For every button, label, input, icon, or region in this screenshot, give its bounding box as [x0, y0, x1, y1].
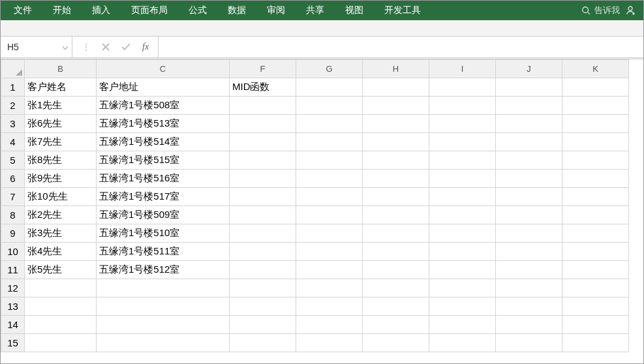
cell[interactable] [496, 97, 562, 115]
cell[interactable] [363, 188, 429, 206]
ribbon-tab-pagelayout[interactable]: 页面布局 [121, 1, 178, 20]
cell[interactable] [429, 316, 496, 334]
cell[interactable] [496, 115, 562, 133]
cell[interactable] [429, 188, 496, 206]
cell[interactable] [25, 297, 97, 316]
row-header[interactable]: 2 [1, 97, 25, 115]
cell[interactable] [429, 206, 496, 224]
cell[interactable] [230, 316, 296, 334]
cell[interactable]: 五缘湾1号楼509室 [97, 206, 230, 224]
cell[interactable] [230, 243, 296, 261]
cell[interactable] [562, 188, 629, 206]
cell[interactable] [562, 133, 629, 151]
ribbon-tab-insert[interactable]: 插入 [82, 1, 121, 20]
cell[interactable] [230, 188, 296, 206]
row-header[interactable]: 3 [1, 115, 25, 133]
cell[interactable] [562, 97, 629, 115]
cell[interactable] [230, 206, 296, 224]
row-header[interactable]: 6 [1, 170, 25, 188]
cell[interactable] [562, 243, 629, 261]
cell[interactable]: 张9先生 [25, 170, 97, 188]
ribbon-tab-developer[interactable]: 开发工具 [374, 1, 431, 20]
cell[interactable] [296, 224, 363, 243]
cell[interactable]: MID函数 [230, 78, 296, 97]
cell[interactable]: 五缘湾1号楼513室 [97, 115, 230, 133]
cell[interactable] [562, 334, 629, 352]
row-header[interactable]: 9 [1, 224, 25, 243]
cell[interactable] [363, 133, 429, 151]
cancel-formula-button[interactable] [102, 43, 110, 51]
cell[interactable] [496, 170, 562, 188]
cell[interactable]: 五缘湾1号楼508室 [97, 97, 230, 115]
cell[interactable] [429, 297, 496, 316]
cell[interactable] [296, 97, 363, 115]
cell[interactable] [296, 151, 363, 170]
cell[interactable] [363, 334, 429, 352]
formula-input[interactable] [159, 37, 643, 57]
cell[interactable] [296, 188, 363, 206]
cell[interactable] [496, 151, 562, 170]
cell[interactable] [296, 279, 363, 297]
cell[interactable] [230, 261, 296, 279]
row-header[interactable]: 10 [1, 243, 25, 261]
cell[interactable] [296, 243, 363, 261]
cell[interactable]: 张2先生 [25, 206, 97, 224]
ribbon-tab-formulas[interactable]: 公式 [178, 1, 217, 20]
ribbon-tab-file[interactable]: 文件 [3, 1, 42, 20]
cell[interactable] [429, 133, 496, 151]
tell-me-search[interactable]: 告诉我 [581, 5, 620, 16]
row-header[interactable]: 1 [1, 78, 25, 97]
row-header[interactable]: 12 [1, 279, 25, 297]
cell[interactable] [562, 224, 629, 243]
cell[interactable] [496, 78, 562, 97]
cell[interactable] [230, 279, 296, 297]
cell[interactable] [296, 115, 363, 133]
cell[interactable] [562, 316, 629, 334]
cell[interactable]: 张5先生 [25, 261, 97, 279]
cell[interactable] [296, 316, 363, 334]
cell[interactable] [25, 334, 97, 352]
cell[interactable] [429, 170, 496, 188]
cell[interactable]: 张1先生 [25, 97, 97, 115]
cell[interactable] [429, 243, 496, 261]
cell[interactable] [496, 243, 562, 261]
cell[interactable] [562, 115, 629, 133]
cell[interactable] [562, 279, 629, 297]
cell[interactable]: 张4先生 [25, 243, 97, 261]
column-header[interactable]: H [363, 60, 429, 78]
ribbon-tab-home[interactable]: 开始 [42, 1, 82, 20]
cell[interactable] [363, 224, 429, 243]
cell[interactable] [496, 224, 562, 243]
cell[interactable] [25, 279, 97, 297]
cell[interactable]: 张6先生 [25, 115, 97, 133]
cell[interactable] [496, 279, 562, 297]
name-box[interactable]: H5 [1, 37, 72, 57]
cell[interactable] [97, 297, 230, 316]
ribbon-tab-view[interactable]: 视图 [335, 1, 374, 20]
cell[interactable] [496, 334, 562, 352]
row-header[interactable]: 14 [1, 316, 25, 334]
cell[interactable]: 五缘湾1号楼516室 [97, 170, 230, 188]
cell[interactable] [296, 170, 363, 188]
cell[interactable] [363, 151, 429, 170]
cell[interactable]: 张7先生 [25, 133, 97, 151]
chevron-down-icon[interactable] [63, 42, 68, 52]
cell[interactable] [97, 279, 230, 297]
insert-function-button[interactable]: fx [142, 42, 149, 52]
cell[interactable] [429, 151, 496, 170]
dots-icon[interactable]: ⋮ [82, 42, 90, 52]
cell[interactable] [230, 97, 296, 115]
cell[interactable]: 五缘湾1号楼515室 [97, 151, 230, 170]
cell[interactable]: 五缘湾1号楼514室 [97, 133, 230, 151]
cell[interactable] [296, 133, 363, 151]
cell[interactable] [230, 334, 296, 352]
cell[interactable] [363, 97, 429, 115]
cell[interactable]: 五缘湾1号楼510室 [97, 224, 230, 243]
cell[interactable] [562, 78, 629, 97]
cell[interactable] [25, 316, 97, 334]
cell[interactable] [429, 261, 496, 279]
cell[interactable] [230, 297, 296, 316]
cell[interactable] [363, 279, 429, 297]
cell[interactable] [363, 206, 429, 224]
enter-formula-button[interactable] [121, 43, 130, 51]
